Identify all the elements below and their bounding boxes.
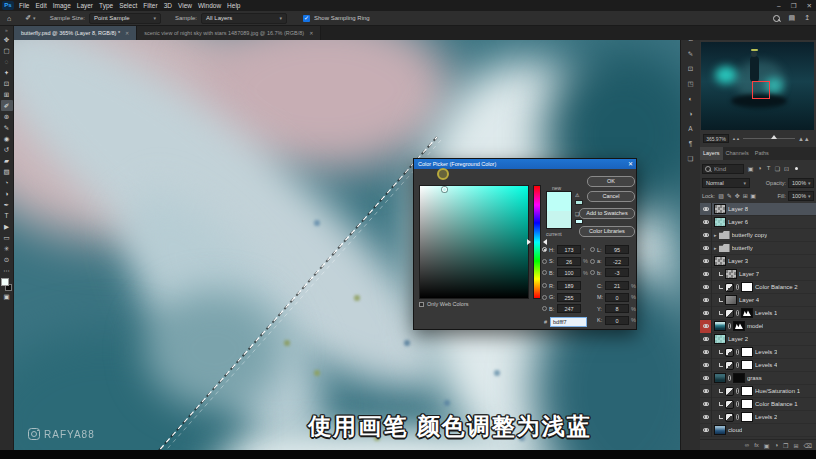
lock-pixels-icon[interactable]: ✎ — [725, 192, 733, 199]
menu-type[interactable]: Type — [99, 2, 113, 9]
value-input[interactable]: -3 — [605, 268, 629, 277]
layer-thumbnail[interactable] — [714, 334, 726, 344]
layer-row[interactable]: Layer 6 — [700, 216, 816, 229]
value-input[interactable]: 21 — [605, 281, 629, 290]
marquee-tool-icon[interactable]: ▢ — [1, 45, 13, 56]
quick-select-tool-icon[interactable]: ✦ — [1, 67, 13, 78]
value-radio[interactable] — [542, 283, 547, 288]
adjustment-icon[interactable] — [725, 413, 734, 422]
delete-layer-icon[interactable]: ⌫ — [804, 442, 812, 449]
visibility-eye-icon[interactable] — [700, 346, 712, 359]
new-layer-icon[interactable]: ⊞ — [793, 442, 798, 449]
layer-row[interactable]: Layer 4 — [700, 294, 816, 307]
hex-input[interactable]: bdfff7 — [550, 317, 587, 327]
layer-mask-thumbnail[interactable] — [741, 399, 753, 409]
lasso-tool-icon[interactable]: ◌ — [1, 56, 13, 67]
adjustment-icon[interactable] — [725, 361, 734, 370]
filter-smart-icon[interactable]: ⊡ — [782, 165, 791, 172]
layer-row[interactable]: Layer 3 — [700, 255, 816, 268]
value-input[interactable]: 100 — [557, 268, 581, 277]
fill-dropdown[interactable]: 100%▾ — [788, 191, 814, 201]
visibility-eye-icon[interactable] — [700, 203, 712, 216]
clone-stamp-tool-icon[interactable]: ◉ — [1, 133, 13, 144]
menu-help[interactable]: Help — [227, 2, 240, 9]
workspace-icon[interactable]: ▤ — [789, 14, 796, 22]
navigator-view-frame[interactable] — [752, 81, 770, 99]
menu-view[interactable]: View — [178, 2, 192, 9]
layer-row[interactable]: cloud — [700, 424, 816, 437]
tab-close-icon[interactable]: ✕ — [125, 30, 129, 36]
search-icon[interactable] — [773, 15, 780, 22]
visibility-eye-icon[interactable] — [700, 255, 712, 268]
value-radio[interactable] — [590, 259, 595, 264]
layer-thumbnail[interactable] — [714, 256, 726, 266]
move-tool-icon[interactable]: ✥ — [1, 34, 13, 45]
visibility-eye-icon[interactable] — [700, 411, 712, 424]
adjustment-icon[interactable] — [725, 400, 734, 409]
lock-position-icon[interactable]: ✥ — [733, 192, 741, 199]
layer-style-icon[interactable]: fx — [754, 442, 759, 448]
lock-artboard-icon[interactable]: ⊞ — [741, 192, 749, 199]
eraser-tool-icon[interactable]: ▰ — [1, 155, 13, 166]
home-icon[interactable]: ⌂ — [7, 15, 11, 22]
brush-settings-panel-icon[interactable]: ✎ — [684, 49, 698, 59]
layer-thumbnail[interactable] — [714, 425, 726, 435]
shape-tool-icon[interactable]: ▭ — [1, 232, 13, 243]
libraries-panel-icon[interactable]: ❏ — [684, 154, 698, 164]
info-panel-icon[interactable]: ◳ — [684, 79, 698, 89]
group-expand-icon[interactable]: ▸ — [714, 232, 717, 238]
filter-toggle-icon[interactable] — [795, 167, 798, 170]
minimize-button-icon[interactable]: – — [777, 0, 781, 11]
layer-row[interactable]: model — [700, 320, 816, 333]
menu-image[interactable]: Image — [53, 2, 71, 9]
layer-row[interactable]: Color Balance 1 — [700, 398, 816, 411]
layer-row[interactable]: Hue/Saturation 1 — [700, 385, 816, 398]
sample-size-dropdown[interactable]: Point Sample▾ — [89, 13, 161, 24]
toolbar-ellipsis-icon[interactable]: ⋯ — [1, 265, 13, 276]
adjustment-icon[interactable] — [725, 348, 734, 357]
show-sampling-ring-checkbox[interactable]: ✓ — [303, 15, 310, 22]
menu-layer[interactable]: Layer — [77, 2, 93, 9]
layer-mask-thumbnail[interactable] — [733, 373, 745, 383]
visibility-eye-icon[interactable] — [700, 294, 712, 307]
layer-row[interactable]: Color Balance 2 — [700, 281, 816, 294]
filter-kind-dropdown[interactable]: Kind — [702, 164, 744, 174]
color-field-marker[interactable] — [442, 187, 447, 192]
layer-mask-thumbnail[interactable] — [741, 412, 753, 422]
layer-row[interactable]: Layer 7 — [700, 268, 816, 281]
visibility-eye-icon[interactable] — [700, 385, 712, 398]
value-input[interactable]: 247 — [557, 304, 581, 313]
zoom-in-mountain-icon[interactable]: ▲▲ — [798, 136, 810, 142]
value-radio[interactable] — [542, 295, 547, 300]
panel-tab-paths[interactable]: Paths — [752, 147, 772, 160]
zoom-tool-icon[interactable]: ⊙ — [1, 254, 13, 265]
filter-pixel-icon[interactable]: ▣ — [746, 165, 755, 172]
adjustments-panel-icon[interactable]: ◐ — [684, 94, 698, 104]
panel-tab-layers[interactable]: Layers — [700, 147, 723, 160]
cancel-button[interactable]: Cancel — [587, 191, 635, 202]
value-input[interactable]: 255 — [557, 293, 581, 302]
layer-row[interactable]: ▸butterfly — [700, 242, 816, 255]
layer-row[interactable]: Levels 2 — [700, 411, 816, 424]
hue-slider[interactable] — [533, 185, 541, 299]
menu-filter[interactable]: Filter — [143, 2, 157, 9]
styles-panel-icon[interactable]: ◑ — [684, 109, 698, 119]
value-input[interactable]: 95 — [605, 245, 629, 254]
websafe-swatch[interactable] — [575, 219, 583, 224]
document-tab[interactable]: scenic view of night sky with stars 1487… — [137, 26, 321, 40]
history-brush-tool-icon[interactable]: ↺ — [1, 144, 13, 155]
menu-select[interactable]: Select — [119, 2, 137, 9]
value-radio[interactable] — [590, 247, 595, 252]
visibility-eye-icon[interactable] — [700, 307, 712, 320]
color-libraries-button[interactable]: Color Libraries — [579, 226, 635, 237]
only-web-colors-checkbox[interactable] — [419, 302, 424, 307]
clone-source-panel-icon[interactable]: ⊡ — [684, 64, 698, 74]
toolbar-collapse-icon[interactable]: » — [5, 26, 8, 34]
layer-row[interactable]: Layer 8 — [700, 203, 816, 216]
value-input[interactable]: 189 — [557, 281, 581, 290]
layer-mask-thumbnail[interactable] — [741, 347, 753, 357]
value-radio[interactable] — [542, 270, 547, 275]
crop-tool-icon[interactable]: ⊡ — [1, 78, 13, 89]
color-field[interactable] — [419, 185, 529, 299]
layer-thumbnail[interactable] — [714, 217, 726, 227]
